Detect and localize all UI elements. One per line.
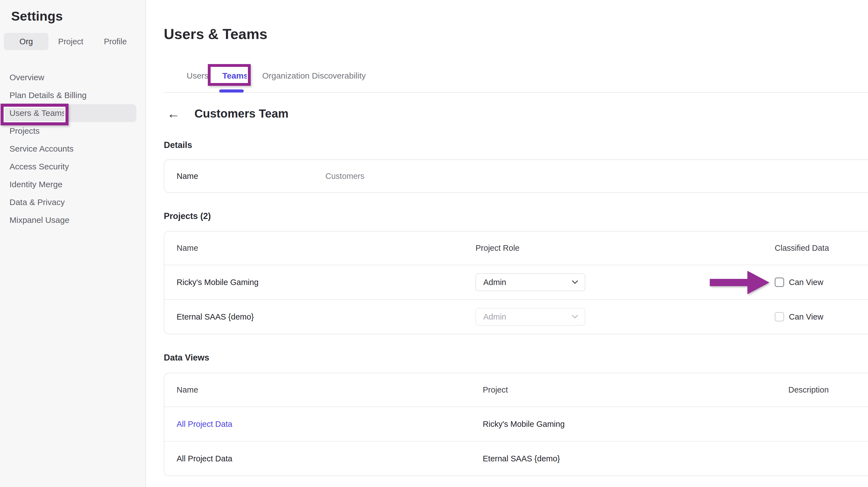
data-view-name-link[interactable]: All Project Data xyxy=(164,420,483,429)
can-view-checkbox[interactable] xyxy=(775,277,784,287)
can-view-checkbox[interactable] xyxy=(775,312,784,322)
sidebar-nav: Overview Plan Details & Billing Users & … xyxy=(0,68,146,229)
project-row-rickys-mobile-gaming: Ricky's Mobile Gaming Admin Can View xyxy=(164,265,868,299)
details-name-value: Customers xyxy=(326,172,868,181)
project-role-value: Admin xyxy=(483,312,506,322)
data-views-heading: Data Views xyxy=(164,353,209,363)
project-name: Ricky's Mobile Gaming xyxy=(164,278,475,287)
team-header: ← Customers Team xyxy=(167,107,288,120)
project-name: Eternal SAAS {demo} xyxy=(164,312,475,322)
column-header-project: Project xyxy=(483,385,788,395)
column-header-classified-data: Classified Data xyxy=(775,243,868,253)
data-views-table: Name Project Description All Project Dat… xyxy=(164,373,868,476)
projects-table: Name Project Role Classified Data Ricky'… xyxy=(164,231,868,334)
sidebar-item-projects[interactable]: Projects xyxy=(0,122,146,140)
tab-organization-discoverability[interactable]: Organization Discoverability xyxy=(262,70,366,81)
project-role-select[interactable]: Admin xyxy=(475,273,585,291)
sidebar-item-identity-merge[interactable]: Identity Merge xyxy=(0,176,146,193)
details-table: Name Customers xyxy=(164,159,868,193)
sidebar-item-plan-details-billing[interactable]: Plan Details & Billing xyxy=(0,86,146,104)
sidebar-item-users-teams[interactable]: Users & Teams xyxy=(0,104,146,122)
tabs-divider xyxy=(164,92,868,93)
projects-heading: Projects (2) xyxy=(164,211,211,221)
scope-tab-profile[interactable]: Profile xyxy=(93,33,137,50)
tab-teams[interactable]: Teams xyxy=(222,70,248,81)
team-title: Customers Team xyxy=(194,107,288,120)
scope-tab-org[interactable]: Org xyxy=(4,33,49,50)
column-header-project-role: Project Role xyxy=(475,243,775,253)
details-name-label: Name xyxy=(164,172,326,181)
can-view-label: Can View xyxy=(789,312,824,322)
chevron-down-icon xyxy=(572,280,578,284)
details-row: Name Customers xyxy=(164,160,868,192)
column-header-name: Name xyxy=(164,243,475,253)
back-arrow-icon[interactable]: ← xyxy=(167,107,180,120)
project-row-eternal-saas-demo: Eternal SAAS {demo} Admin Can View xyxy=(164,299,868,334)
column-header-name: Name xyxy=(164,385,483,395)
data-view-row: All Project Data Eternal SAAS {demo} xyxy=(164,441,868,476)
scope-tab-project[interactable]: Project xyxy=(49,33,93,50)
sidebar-item-mixpanel-usage[interactable]: Mixpanel Usage xyxy=(0,211,146,229)
active-tab-indicator xyxy=(219,89,244,92)
sidebar-item-data-privacy[interactable]: Data & Privacy xyxy=(0,193,146,211)
data-view-project: Eternal SAAS {demo} xyxy=(483,454,788,463)
details-heading: Details xyxy=(164,140,192,150)
data-view-name: All Project Data xyxy=(164,454,483,463)
data-views-table-header: Name Project Description xyxy=(164,373,868,406)
chevron-down-icon xyxy=(572,315,578,319)
column-header-description: Description xyxy=(788,385,868,395)
sidebar-item-overview[interactable]: Overview xyxy=(0,68,146,86)
data-view-row: All Project Data Ricky's Mobile Gaming xyxy=(164,406,868,441)
sidebar-title: Settings xyxy=(11,8,63,24)
project-role-select-disabled: Admin xyxy=(475,308,585,326)
project-role-value: Admin xyxy=(483,278,506,287)
settings-scope-tabs: Org Project Profile xyxy=(4,33,137,50)
data-view-project: Ricky's Mobile Gaming xyxy=(483,420,788,429)
settings-sidebar: Settings Org Project Profile Overview Pl… xyxy=(0,0,146,487)
sidebar-item-access-security[interactable]: Access Security xyxy=(0,158,146,176)
sidebar-item-service-accounts[interactable]: Service Accounts xyxy=(0,140,146,158)
page-title: Users & Teams xyxy=(164,26,268,42)
can-view-label: Can View xyxy=(789,278,824,287)
users-teams-tabs: Users Teams Organization Discoverability xyxy=(187,70,366,81)
projects-table-header: Name Project Role Classified Data xyxy=(164,232,868,265)
tab-users[interactable]: Users xyxy=(187,70,208,81)
